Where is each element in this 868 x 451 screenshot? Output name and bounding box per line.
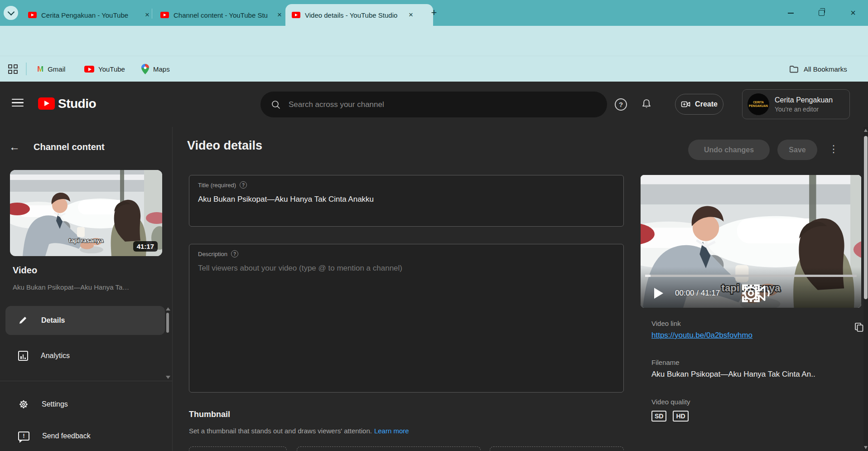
- bookmark-label: Maps: [153, 65, 170, 73]
- title-field-label: Title (required): [198, 182, 236, 189]
- video-quality-label: Video quality: [651, 398, 690, 406]
- copy-link-icon[interactable]: [854, 322, 864, 334]
- tab-cerita-pengakuan[interactable]: Cerita Pengakuan - YouTube ×: [22, 4, 162, 26]
- browser-toolbar: ← → ↻ studio.youtube.com/video/0a2bsfovh…: [0, 26, 868, 56]
- scroll-down-icon[interactable]: [864, 446, 868, 449]
- scrollbar-thumb[interactable]: [166, 313, 169, 333]
- window-close-button[interactable]: ×: [840, 0, 866, 26]
- bookmark-gmail[interactable]: M Gmail: [37, 56, 65, 82]
- studio-header: Studio ? Create CERITA PENGA: [0, 82, 868, 127]
- notifications-button[interactable]: [640, 98, 653, 112]
- restore-icon: [819, 10, 825, 16]
- sidebar-scrollbar[interactable]: [165, 307, 170, 379]
- sidebar-video-title: Aku Bukan Psikopat—Aku Hanya Ta…: [13, 283, 162, 291]
- scroll-down-icon[interactable]: [166, 376, 170, 379]
- close-icon: ×: [850, 8, 856, 18]
- browser-tab-strip: Cerita Pengakuan - YouTube × Channel con…: [0, 0, 868, 26]
- bookmark-youtube[interactable]: YouTube: [84, 56, 125, 82]
- options-kebab-icon[interactable]: ⋮: [828, 143, 839, 155]
- progress-played: [645, 275, 651, 277]
- tab-video-details-active[interactable]: Video details - YouTube Studio ×: [285, 4, 433, 26]
- search-icon: [270, 99, 281, 110]
- tab-close-icon[interactable]: ×: [275, 10, 284, 19]
- sidebar-item-settings[interactable]: Settings: [5, 390, 165, 419]
- sidebar-video-thumbnail[interactable]: 41:17: [10, 170, 162, 256]
- thumbnail-description: Set a thumbnail that stands out and draw…: [189, 427, 409, 435]
- create-button[interactable]: Create: [675, 94, 723, 115]
- feedback-icon: !: [18, 432, 29, 441]
- scroll-up-icon[interactable]: [166, 307, 170, 310]
- bookmarks-separator: [26, 63, 27, 75]
- fullscreen-icon[interactable]: [641, 281, 861, 305]
- sidebar-item-label: Settings: [42, 400, 68, 408]
- filename-value: Aku Bukan Psikopat—Aku Hanya Tak Cinta A…: [651, 370, 862, 379]
- tab-title: Video details - YouTube Studio: [305, 11, 402, 19]
- thumbnail-heading: Thumbnail: [189, 410, 230, 419]
- hamburger-menu-button[interactable]: [12, 99, 24, 107]
- video-link[interactable]: https://youtu.be/0a2bsfovhmo: [651, 331, 752, 340]
- window-minimize-button[interactable]: [778, 0, 803, 26]
- scrollbar-thumb[interactable]: [864, 136, 868, 299]
- sidebar-video-label: Video: [13, 265, 37, 276]
- all-bookmarks-button[interactable]: All Bookmarks: [789, 56, 847, 82]
- youtube-logo-icon[interactable]: [38, 97, 55, 110]
- back-arrow-icon[interactable]: ←: [9, 141, 20, 153]
- title-field[interactable]: Title (required)? Aku Bukan Psikopat—Aku…: [189, 175, 624, 227]
- sd-quality-badge: SD: [651, 411, 666, 422]
- sidebar-item-label: Details: [41, 316, 65, 325]
- sidebar-item-send-feedback[interactable]: ! Send feedback: [5, 422, 165, 451]
- sidebar-back-title[interactable]: Channel content: [34, 142, 105, 152]
- page-title: Video details: [187, 139, 262, 153]
- thumbnail-upload-slot[interactable]: [189, 446, 287, 451]
- thumbnail-upload-slot[interactable]: [490, 446, 624, 451]
- tab-close-icon[interactable]: ×: [407, 10, 415, 19]
- help-button[interactable]: ?: [615, 98, 627, 111]
- undo-changes-button[interactable]: Undo changes: [688, 140, 770, 160]
- video-player[interactable]: 00:00 / 41:17: [641, 175, 861, 308]
- create-label: Create: [695, 100, 718, 108]
- video-sidebar: ← Channel content 41:17 Video Aku Bukan …: [0, 127, 173, 451]
- scroll-up-icon[interactable]: [864, 129, 868, 132]
- thumbnail-upload-slot[interactable]: [297, 446, 481, 451]
- maps-pin-icon: [141, 64, 149, 74]
- page-scrollbar[interactable]: [863, 127, 868, 451]
- title-field-value[interactable]: Aku Bukan Psikopat—Aku Hanya Tak Cinta A…: [198, 195, 615, 204]
- tab-channel-content[interactable]: Channel content - YouTube Stu ×: [154, 4, 294, 26]
- studio-brand[interactable]: Studio: [58, 97, 96, 111]
- bell-icon: [640, 98, 653, 111]
- youtube-favicon-icon: [292, 12, 300, 18]
- sidebar-item-analytics[interactable]: Analytics: [5, 341, 165, 370]
- gear-icon: [18, 399, 29, 410]
- sidebar-divider: [0, 381, 172, 381]
- tab-separator: [152, 9, 152, 19]
- channel-name: Cerita Pengakuan: [775, 96, 833, 104]
- apps-grid-icon: [8, 64, 18, 74]
- sidebar-item-details[interactable]: Details: [5, 306, 165, 335]
- analytics-icon: [18, 351, 28, 361]
- search-input[interactable]: [288, 100, 561, 110]
- player-controls: 00:00 / 41:17: [641, 281, 861, 305]
- youtube-icon: [84, 66, 94, 73]
- apps-grid-button[interactable]: [8, 56, 18, 82]
- help-icon[interactable]: ?: [240, 181, 247, 189]
- tab-title: Channel content - YouTube Stu: [174, 11, 271, 19]
- bookmark-maps[interactable]: Maps: [141, 56, 170, 82]
- channel-avatar: CERITA PENGAKUAN: [747, 93, 770, 116]
- youtube-favicon-icon: [160, 12, 169, 18]
- window-restore-button[interactable]: [809, 0, 834, 26]
- folder-icon: [789, 65, 799, 73]
- tab-search-button[interactable]: [4, 6, 18, 20]
- save-button[interactable]: Save: [777, 140, 817, 160]
- minimize-icon: [788, 13, 794, 14]
- bookmark-label: YouTube: [98, 65, 125, 73]
- player-progress-bar[interactable]: [645, 275, 857, 277]
- bookmark-label: Gmail: [48, 65, 65, 73]
- description-field[interactable]: Description? Tell viewers about your vid…: [189, 244, 624, 393]
- help-icon[interactable]: ?: [231, 250, 238, 257]
- new-tab-button[interactable]: +: [428, 6, 440, 19]
- tab-close-icon[interactable]: ×: [143, 10, 151, 19]
- channel-search-bar[interactable]: [260, 92, 607, 117]
- create-video-icon: [681, 99, 691, 109]
- channel-account-chip[interactable]: CERITA PENGAKUAN Cerita Pengakuan You're…: [742, 89, 850, 119]
- learn-more-link[interactable]: Learn more: [374, 427, 409, 435]
